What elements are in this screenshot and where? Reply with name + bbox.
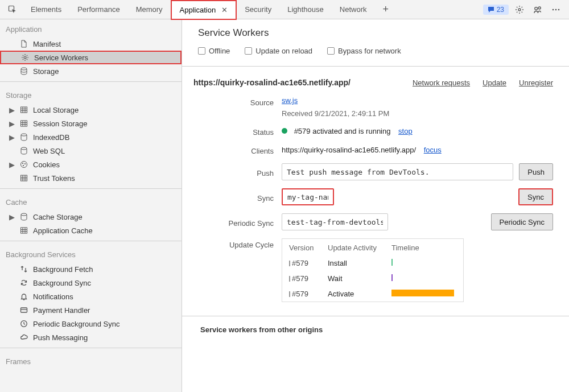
svg-point-14 (22, 163, 23, 163)
sidebar-item-session-storage[interactable]: ▶ Session Storage (0, 117, 182, 130)
status-dot-icon (282, 128, 287, 134)
checkbox-bypass-for-network[interactable]: Bypass for network (327, 47, 401, 55)
issues-badge[interactable]: 23 (483, 5, 509, 15)
sidebar-item-manifest[interactable]: Manifest (0, 37, 182, 51)
uc-head-activity: Update Activity (328, 244, 391, 252)
sidebar-item-label: IndexedDB (33, 133, 69, 142)
svg-rect-9 (21, 107, 27, 113)
tab-memory[interactable]: Memory (128, 0, 171, 19)
push-input[interactable] (282, 163, 513, 180)
field-label-clients: Clients (193, 145, 282, 155)
tab-label: Security (245, 5, 271, 14)
sidebar-item-periodic-bg-sync[interactable]: Periodic Background Sync (0, 317, 182, 331)
sidebar-item-application-cache[interactable]: Application Cache (0, 224, 182, 237)
sidebar-item-service-workers[interactable]: Service Workers (0, 51, 182, 64)
update-link[interactable]: Update (483, 79, 506, 87)
checkbox-icon (245, 47, 252, 55)
inspect-element-icon[interactable] (5, 2, 20, 18)
service-workers-panel: Service Workers Offline Update on reload… (182, 19, 569, 392)
table-icon (19, 105, 28, 114)
caret-icon[interactable]: ▶ (9, 133, 15, 142)
caret-icon[interactable]: ▶ (9, 160, 15, 169)
card-icon (19, 306, 28, 315)
sidebar-group-cache: Cache (0, 192, 182, 210)
sync-button[interactable]: Sync (518, 188, 553, 205)
sidebar-item-websql[interactable]: Web SQL (0, 144, 182, 158)
sidebar-item-trust-tokens[interactable]: Trust Tokens (0, 171, 182, 185)
sidebar-group-background: Background Services (0, 245, 182, 262)
origin-url: https://quirky-rosalind-ac1e65.netlify.a… (193, 78, 400, 87)
stop-link[interactable]: stop (398, 127, 413, 135)
caret-icon[interactable]: ▶ (9, 106, 15, 114)
field-label-sync: Sync (193, 192, 282, 203)
sidebar-item-indexeddb[interactable]: ▶ IndexedDB (0, 130, 182, 144)
settings-icon[interactable] (512, 2, 527, 17)
svg-point-12 (21, 147, 27, 150)
sidebar-item-label: Push Messaging (33, 333, 88, 342)
svg-point-4 (552, 9, 554, 10)
document-icon (19, 39, 28, 48)
sync-input[interactable] (282, 188, 334, 205)
tab-label: Memory (136, 5, 163, 14)
tab-application[interactable]: Application ✕ (171, 0, 237, 20)
table-icon (19, 174, 28, 183)
periodic-sync-button[interactable]: Periodic Sync (491, 213, 553, 230)
unregister-link[interactable]: Unregister (519, 79, 553, 87)
uc-version: #579 (289, 290, 328, 298)
push-button[interactable]: Push (519, 163, 553, 180)
feedback-icon[interactable] (530, 2, 545, 17)
source-script-link[interactable]: sw.js (282, 96, 298, 105)
checkbox-offline[interactable]: Offline (198, 47, 230, 55)
database-icon (19, 67, 28, 76)
tab-label: Elements (31, 5, 61, 14)
tab-security[interactable]: Security (237, 0, 279, 19)
svg-rect-20 (21, 308, 27, 312)
table-icon (19, 226, 28, 235)
uc-version: #579 (289, 259, 328, 267)
checkbox-label: Bypass for network (338, 47, 401, 55)
periodic-sync-input[interactable] (282, 213, 388, 230)
sidebar-item-cache-storage[interactable]: ▶ Cache Storage (0, 210, 182, 224)
close-icon[interactable]: ✕ (221, 6, 228, 14)
uc-row: #579 Activate (282, 286, 463, 302)
network-requests-link[interactable]: Network requests (413, 79, 470, 87)
add-tab-button[interactable]: + (374, 0, 391, 19)
svg-point-2 (535, 7, 538, 10)
sidebar-item-notifications[interactable]: Notifications (0, 290, 182, 303)
svg-point-3 (538, 7, 541, 9)
application-sidebar: Application Manifest Service Workers Sto… (0, 19, 182, 392)
checkbox-update-on-reload[interactable]: Update on reload (245, 47, 312, 55)
clock-icon (19, 319, 28, 328)
sidebar-item-cookies[interactable]: ▶ Cookies (0, 158, 182, 171)
tab-network[interactable]: Network (332, 0, 375, 19)
svg-point-13 (21, 162, 27, 168)
sidebar-group-frames: Frames (0, 352, 182, 369)
uc-head-timeline: Timeline (391, 244, 456, 252)
tab-elements[interactable]: Elements (23, 0, 69, 19)
sidebar-item-label: Periodic Background Sync (33, 320, 119, 328)
svg-point-18 (21, 213, 27, 216)
focus-link[interactable]: focus (424, 146, 442, 154)
caret-icon[interactable]: ▶ (9, 119, 15, 128)
tab-performance[interactable]: Performance (69, 0, 127, 19)
received-text: Received 9/21/2021, 2:49:11 PM (282, 109, 553, 118)
cookie-icon (19, 160, 28, 169)
svg-point-16 (23, 165, 23, 166)
sidebar-item-push-messaging[interactable]: Push Messaging (0, 331, 182, 344)
database-icon (19, 212, 28, 221)
sidebar-group-application: Application (0, 19, 182, 37)
sidebar-item-background-sync[interactable]: Background Sync (0, 276, 182, 290)
sidebar-item-label: Cookies (33, 160, 60, 169)
sidebar-item-storage[interactable]: Storage (0, 64, 182, 78)
tab-lighthouse[interactable]: Lighthouse (279, 0, 332, 19)
field-label-push: Push (193, 167, 282, 178)
timeline-mark-icon (391, 274, 393, 281)
timeline-mark-icon (391, 290, 454, 296)
svg-point-11 (21, 134, 27, 136)
caret-icon[interactable]: ▶ (9, 213, 15, 221)
sidebar-item-payment-handler[interactable]: Payment Handler (0, 303, 182, 317)
sidebar-item-background-fetch[interactable]: Background Fetch (0, 262, 182, 276)
tab-label: Network (340, 5, 367, 14)
sidebar-item-local-storage[interactable]: ▶ Local Storage (0, 103, 182, 117)
more-icon[interactable] (549, 2, 563, 17)
